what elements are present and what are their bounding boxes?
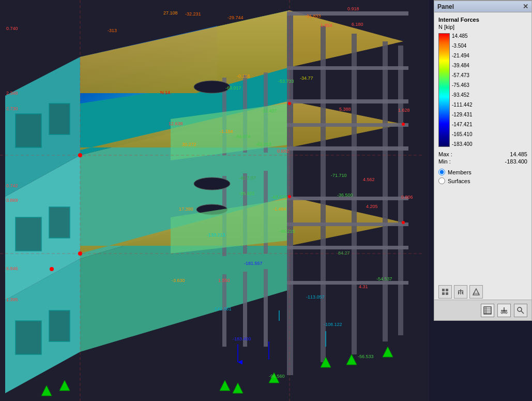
- svg-text:2.730: 2.730: [6, 106, 18, 111]
- grid-icon: [442, 288, 449, 295]
- svg-text:4.31: 4.31: [359, 284, 368, 289]
- legend-container: 14.485-3.504-21.494-39.484-57.473-75.463…: [438, 33, 527, 147]
- svg-text:-183.400: -183.400: [233, 336, 251, 341]
- legend-value: -165.410: [452, 131, 472, 137]
- svg-point-65: [402, 123, 405, 126]
- panel-title: Panel: [437, 3, 454, 10]
- svg-rect-4: [16, 114, 41, 147]
- radio-members-item[interactable]: Members: [438, 169, 527, 175]
- color-legend-bar: [438, 33, 450, 147]
- svg-text:-181.557: -181.557: [244, 261, 263, 266]
- panel: Panel ✕ Internal Forces N [kip] 14.485-3…: [434, 0, 532, 321]
- svg-text:27.108: 27.108: [163, 10, 178, 16]
- grid-view-button[interactable]: [438, 285, 452, 299]
- max-min-section: Max : 14.485 Min : -183.400: [438, 151, 527, 165]
- legend-value: -57.473: [452, 72, 472, 78]
- svg-text:-42.7.07: -42.7.07: [239, 175, 256, 181]
- svg-rect-20: [383, 41, 388, 341]
- svg-point-40: [194, 81, 230, 93]
- svg-rect-7: [49, 207, 70, 238]
- svg-rect-18: [321, 26, 326, 362]
- svg-text:-113.057: -113.057: [306, 294, 325, 300]
- zoom-icon-button[interactable]: [514, 304, 527, 317]
- svg-rect-39: [264, 269, 268, 347]
- svg-point-63: [288, 102, 291, 105]
- svg-text:30.272: 30.272: [182, 142, 196, 147]
- svg-text:-71.710: -71.710: [331, 173, 347, 178]
- panel-bottom-icons: [438, 285, 483, 299]
- svg-text:-133.213: -133.213: [207, 232, 225, 237]
- balance-button[interactable]: [454, 285, 467, 299]
- svg-point-62: [78, 251, 82, 256]
- svg-text:84.27: 84.27: [338, 250, 350, 256]
- svg-text:-62.675: -62.675: [271, 195, 287, 200]
- svg-text:0.742: 0.742: [6, 183, 18, 188]
- svg-text:12.638: 12.638: [169, 121, 183, 126]
- svg-text:-53.733: -53.733: [278, 79, 294, 84]
- svg-text:-108.122: -108.122: [324, 322, 342, 327]
- svg-text:1.395: 1.395: [6, 297, 18, 302]
- balance-icon: [457, 288, 464, 295]
- panel-close-button[interactable]: ✕: [523, 3, 528, 10]
- svg-text:-34.77: -34.77: [300, 76, 313, 81]
- svg-text:-95.922: -95.922: [239, 191, 255, 196]
- radio-members-input[interactable]: [438, 169, 445, 175]
- svg-point-67: [50, 267, 54, 271]
- legend-value: -75.463: [452, 82, 472, 88]
- svg-rect-6: [16, 217, 41, 251]
- svg-text:-32.231: -32.231: [185, 11, 201, 17]
- svg-text:2.348: 2.348: [6, 91, 18, 96]
- svg-rect-23: [287, 66, 408, 70]
- svg-point-134: [518, 307, 522, 311]
- svg-text:6.180: 6.180: [352, 22, 363, 27]
- svg-rect-137: [446, 289, 448, 291]
- legend-value: -111.442: [452, 102, 472, 108]
- radio-surfaces-input[interactable]: [438, 177, 445, 184]
- legend-value: -39.484: [452, 63, 472, 68]
- svg-marker-142: [458, 291, 460, 295]
- svg-text:0.918: 0.918: [347, 6, 359, 11]
- shape-button[interactable]: [469, 285, 483, 299]
- legend-value: 14.485: [452, 33, 472, 39]
- legend-value: -21.494: [452, 53, 472, 58]
- svg-text:1.854: 1.854: [321, 23, 332, 28]
- svg-rect-21: [398, 46, 403, 335]
- svg-rect-9: [49, 310, 70, 341]
- scale-icon-button[interactable]: [497, 304, 511, 317]
- building-3d-view: 0.918 -32.231 -29.744 -31.833 27.108 1.8…: [0, 0, 429, 401]
- svg-text:-69.017: -69.017: [225, 85, 241, 91]
- svg-text:-1.484: -1.484: [273, 206, 286, 212]
- radio-members-label: Members: [448, 169, 472, 175]
- legend-value: -183.400: [452, 141, 472, 147]
- svg-text:0.806: 0.806: [401, 195, 413, 200]
- svg-rect-136: [442, 289, 445, 291]
- shape-icon: [473, 288, 480, 295]
- panel-body: Internal Forces N [kip] 14.485-3.504-21.…: [434, 12, 531, 192]
- svg-point-61: [78, 153, 82, 157]
- panel-footer: [434, 300, 531, 320]
- min-label: Min :: [438, 158, 451, 165]
- svg-rect-139: [446, 292, 448, 295]
- svg-text:1.628: 1.628: [398, 108, 410, 113]
- svg-text:-141.061: -141.061: [213, 306, 232, 311]
- legend-value: -3.504: [452, 43, 472, 49]
- max-label: Max :: [438, 151, 452, 157]
- svg-marker-143: [462, 291, 463, 295]
- svg-text:-63.253: -63.253: [255, 142, 271, 147]
- scale-icon: [500, 306, 508, 315]
- svg-text:-36.500: -36.500: [337, 192, 353, 198]
- svg-line-135: [521, 311, 524, 314]
- table-icon-button[interactable]: [481, 304, 494, 317]
- radio-section: Members Surfaces: [438, 169, 527, 184]
- svg-point-64: [288, 195, 291, 198]
- svg-text:N.14.: N.14.: [160, 90, 172, 95]
- radio-surfaces-item[interactable]: Surfaces: [438, 177, 527, 184]
- svg-text:4.562: 4.562: [363, 177, 375, 182]
- svg-rect-30: [287, 281, 408, 285]
- svg-text:-29.744: -29.744: [227, 15, 244, 20]
- svg-point-41: [194, 177, 230, 190]
- svg-text:-34.074: -34.074: [235, 134, 251, 139]
- panel-titlebar: Panel ✕: [434, 1, 531, 12]
- svg-text:0.740: 0.740: [6, 26, 18, 31]
- svg-rect-5: [49, 103, 70, 135]
